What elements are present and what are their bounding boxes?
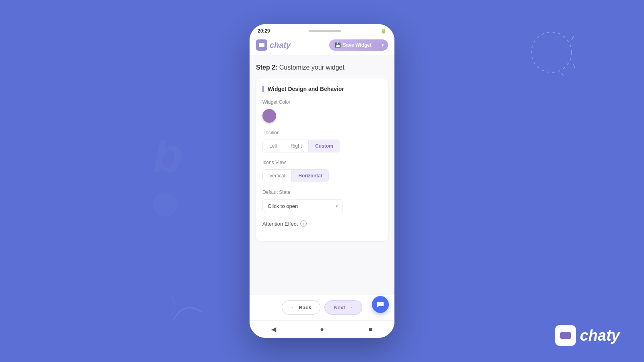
- icons-view-vertical-btn[interactable]: Vertical: [263, 170, 292, 182]
- position-left-btn[interactable]: Left: [263, 140, 284, 152]
- position-group: Position Left Right Custom: [262, 130, 382, 152]
- content-area: Step 2: Customize your widget Widget Des…: [250, 56, 394, 295]
- save-widget-button[interactable]: 💾 Save Widget ▾: [329, 39, 388, 51]
- chat-fab[interactable]: [372, 296, 389, 313]
- android-home-icon: ●: [320, 326, 324, 333]
- back-button[interactable]: ← Back: [282, 300, 320, 315]
- default-state-label: Default State: [262, 189, 382, 195]
- svg-point-2: [531, 32, 572, 72]
- section-card: Widget Design and Behavior Widget Color …: [256, 78, 388, 241]
- brand-corner: chaty: [555, 325, 620, 346]
- svg-line-3: [572, 36, 574, 40]
- android-recent-icon: ■: [368, 326, 372, 333]
- position-toggle-group: Left Right Custom: [262, 140, 340, 152]
- bg-decoration-left: b: [153, 140, 201, 222]
- dropdown-chevron-icon: ▾: [336, 204, 338, 208]
- status-bar: 20:29 🔋: [250, 24, 394, 36]
- default-state-group: Default State Click to open ▾: [262, 189, 382, 213]
- position-right-btn[interactable]: Right: [284, 140, 309, 152]
- phone-frame: 20:29 🔋 chaty 💾 Save Widget ▾: [250, 24, 394, 338]
- save-icon: 💾: [335, 42, 341, 48]
- svg-point-1: [153, 192, 177, 216]
- svg-text:b: b: [153, 140, 182, 182]
- app-header: chaty 💾 Save Widget ▾: [250, 36, 394, 56]
- step-heading: Step 2: Customize your widget: [256, 64, 388, 71]
- status-icons: 🔋: [381, 29, 386, 34]
- brand-corner-icon: [555, 325, 576, 346]
- back-arrow-icon: ←: [291, 304, 296, 311]
- save-widget-main[interactable]: 💾 Save Widget: [329, 39, 377, 51]
- brand-corner-name: chaty: [580, 327, 620, 344]
- next-arrow-icon: →: [348, 304, 353, 311]
- icons-view-toggle-group: Vertical Horizontal: [262, 169, 329, 182]
- step-title: Customize your widget: [279, 64, 345, 71]
- attention-effect-label: Attention Effect: [262, 221, 298, 227]
- android-recent-btn[interactable]: ■: [365, 324, 376, 335]
- widget-color-swatch[interactable]: [262, 109, 276, 123]
- next-label: Next: [334, 304, 345, 311]
- default-state-value: Click to open: [268, 203, 298, 209]
- android-nav-bar: ◀ ● ■: [250, 320, 394, 338]
- status-notch: [309, 30, 341, 32]
- bg-decoration-dashes: [527, 28, 576, 76]
- info-icon-text: i: [303, 222, 304, 226]
- attention-effect-info-icon[interactable]: i: [300, 220, 307, 227]
- svg-line-4: [574, 64, 575, 68]
- android-back-icon: ◀: [271, 325, 276, 333]
- svg-line-5: [561, 73, 564, 76]
- icons-view-label: Icons View: [262, 160, 382, 165]
- app-logo: chaty: [256, 39, 291, 51]
- bg-decoration-bottom: ): [169, 296, 209, 330]
- widget-color-label: Widget Color: [262, 99, 382, 105]
- battery-icon: 🔋: [381, 29, 386, 34]
- android-back-btn[interactable]: ◀: [268, 324, 279, 335]
- widget-color-group: Widget Color: [262, 99, 382, 123]
- section-title: Widget Design and Behavior: [262, 86, 382, 92]
- default-state-dropdown[interactable]: Click to open ▾: [262, 199, 343, 213]
- android-home-btn[interactable]: ●: [316, 324, 328, 335]
- position-label: Position: [262, 130, 382, 136]
- logo-icon: [256, 39, 267, 51]
- svg-text:): ): [169, 296, 177, 317]
- content-inner: Step 2: Customize your widget Widget Des…: [250, 56, 394, 249]
- status-time: 20:29: [258, 28, 270, 34]
- save-widget-dropdown[interactable]: ▾: [378, 40, 388, 51]
- next-button[interactable]: Next →: [324, 300, 362, 315]
- app-logo-text: chaty: [270, 41, 291, 50]
- icons-view-group: Icons View Vertical Horizontal: [262, 160, 382, 182]
- attention-effect-row: Attention Effect i: [262, 220, 382, 227]
- back-label: Back: [299, 304, 311, 311]
- position-custom-btn[interactable]: Custom: [309, 140, 340, 152]
- save-widget-label: Save Widget: [343, 42, 372, 48]
- icons-view-horizontal-btn[interactable]: Horizontal: [292, 170, 328, 182]
- step-prefix: Step 2:: [256, 64, 277, 71]
- attention-effect-group: Attention Effect i: [262, 220, 382, 227]
